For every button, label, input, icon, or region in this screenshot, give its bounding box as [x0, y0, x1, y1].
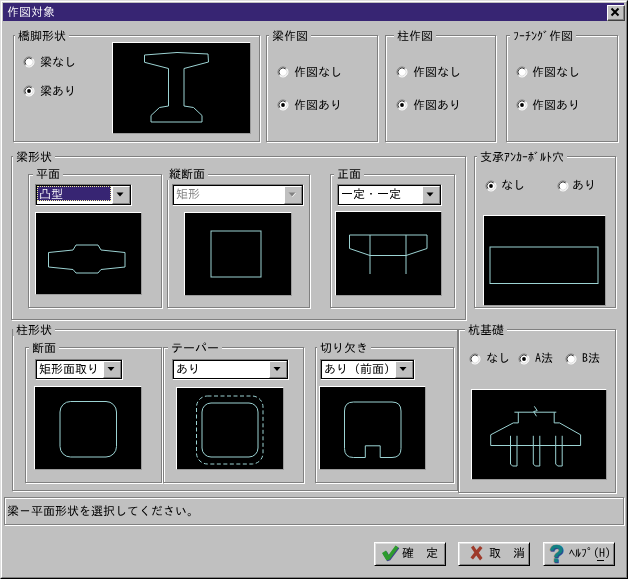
svg-text:?: ?	[549, 543, 564, 565]
